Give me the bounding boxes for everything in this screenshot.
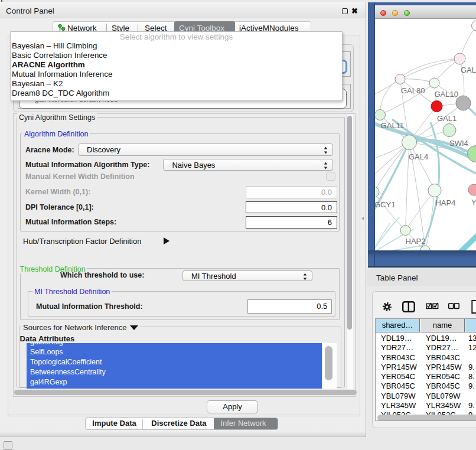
- svg-text:GAL: GAL: [461, 66, 476, 74]
- svg-text:HAP2: HAP2: [406, 237, 426, 246]
- svg-text:SWI4: SWI4: [449, 139, 468, 148]
- svg-text:GAL4: GAL4: [409, 152, 428, 161]
- svg-text:GCY1: GCY1: [374, 200, 395, 209]
- svg-text:GAL11: GAL11: [381, 121, 405, 130]
- svg-text:HAP4: HAP4: [435, 198, 455, 207]
- svg-text:GAL80: GAL80: [401, 86, 425, 95]
- svg-text:GAL1: GAL1: [437, 114, 457, 123]
- svg-text:GAL10: GAL10: [435, 90, 458, 99]
- svg-text:Y: Y: [471, 198, 476, 207]
